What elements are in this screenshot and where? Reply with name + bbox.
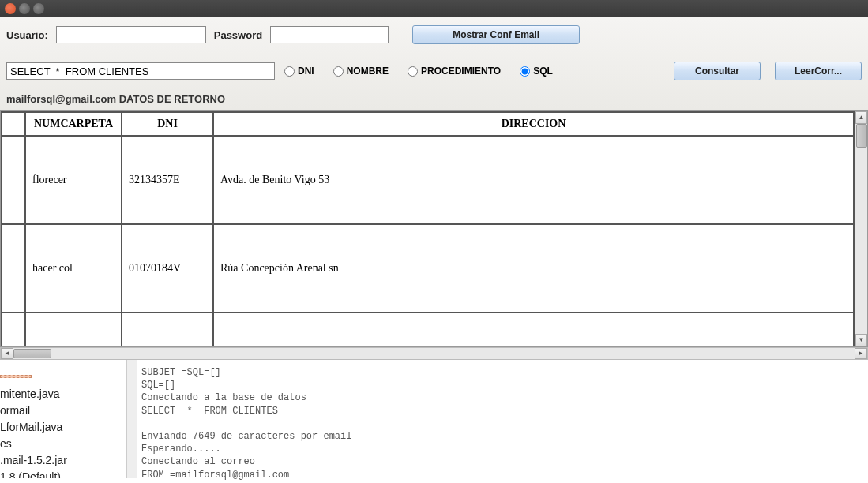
table-row[interactable]: hacer col 01070184V Rúa Concepción Arena… [2, 224, 854, 313]
radio-nombre-label: NOMBRE [347, 66, 389, 77]
console-output: SUBJET =SQL=[] SQL=[] Conectando a la ba… [137, 360, 358, 478]
maximize-icon[interactable] [33, 3, 44, 14]
cell-blank [2, 136, 25, 224]
cell-numcarpeta [25, 313, 122, 346]
radio-proc-input[interactable] [408, 66, 418, 77]
cell-dni [122, 313, 213, 346]
file-tree-panel: mitente.java ormail LforMail.java es .ma… [0, 360, 126, 478]
radio-proc-label: PROCEDIMIENTO [421, 66, 501, 77]
cell-dni: 01070184V [122, 224, 213, 313]
radio-dni[interactable]: DNI [284, 66, 314, 77]
credentials-row: Usuario: Password Mostrar Conf Email [6, 25, 862, 44]
cell-direccion: Rúa Concepción Arenal sn [213, 224, 854, 313]
cell-numcarpeta: hacer col [25, 224, 122, 313]
toolbar-panel: Usuario: Password Mostrar Conf Email DNI… [0, 17, 868, 110]
scroll-up-icon[interactable]: ▲ [855, 111, 867, 124]
list-item[interactable]: ormail [0, 402, 121, 419]
table-row[interactable]: florecer 32134357E Avda. de Benito Vigo … [2, 136, 854, 224]
radio-dni-input[interactable] [284, 66, 295, 77]
leer-correo-button[interactable]: LeerCorr... [775, 62, 862, 80]
header-blank [2, 112, 25, 136]
header-direccion: DIRECCION [213, 112, 854, 136]
radio-procedimiento[interactable]: PROCEDIMIENTO [408, 66, 501, 77]
table-scroll-area: NUMCARPETA DNI DIRECCION florecer 321343… [1, 111, 855, 346]
vertical-scrollbar[interactable]: ▲ ▼ [855, 111, 867, 346]
window-titlebar [0, 0, 868, 17]
ide-bottom-area: mitente.java ormail LforMail.java es .ma… [0, 360, 868, 478]
radio-sql-input[interactable] [520, 66, 530, 77]
scroll-right-icon[interactable]: ► [855, 348, 867, 359]
consultar-button[interactable]: Consultar [674, 62, 761, 80]
cell-direccion [213, 313, 854, 346]
hscroll-thumb[interactable] [13, 349, 51, 358]
cell-direccion: Avda. de Benito Vigo 53 [213, 136, 854, 224]
header-dni: DNI [122, 112, 213, 136]
minimize-icon[interactable] [19, 3, 30, 14]
table-row[interactable] [2, 313, 854, 346]
table-header-row: NUMCARPETA DNI DIRECCION [2, 112, 854, 136]
list-item[interactable]: mitente.java [0, 386, 121, 402]
list-item[interactable]: es [0, 436, 121, 452]
sql-input[interactable] [6, 62, 275, 80]
usuario-input[interactable] [56, 26, 206, 43]
status-text: mailforsql@gmail.com DATOS DE RETORNO [6, 93, 862, 105]
results-table: NUMCARPETA DNI DIRECCION florecer 321343… [1, 111, 855, 346]
cell-blank [2, 224, 25, 313]
console-panel: SUBJET =SQL=[] SQL=[] Conectando a la ba… [126, 360, 868, 478]
mostrar-conf-email-button[interactable]: Mostrar Conf Email [412, 25, 580, 44]
radio-sql[interactable]: SQL [520, 66, 553, 77]
scroll-thumb[interactable] [856, 124, 867, 148]
list-item[interactable]: LforMail.java [0, 419, 121, 436]
scroll-down-icon[interactable]: ▼ [855, 334, 867, 346]
radio-sql-label: SQL [533, 66, 553, 77]
radio-nombre-input[interactable] [333, 66, 344, 77]
usuario-label: Usuario: [6, 29, 48, 41]
results-table-container: NUMCARPETA DNI DIRECCION florecer 321343… [0, 110, 868, 347]
hscroll-track[interactable] [13, 348, 855, 359]
query-row: DNI NOMBRE PROCEDIMIENTO SQL Consultar L… [6, 62, 862, 80]
radio-nombre[interactable]: NOMBRE [333, 66, 389, 77]
password-label: Password [214, 29, 262, 41]
horizontal-scrollbar[interactable]: ◄ ► [0, 347, 868, 360]
list-item[interactable]: 1.8 (Default) [0, 469, 121, 478]
console-gutter [127, 360, 137, 478]
password-input[interactable] [270, 26, 389, 43]
close-icon[interactable] [5, 3, 16, 14]
highlight-marker [0, 375, 32, 378]
cell-blank [2, 313, 25, 346]
list-item[interactable]: .mail-1.5.2.jar [0, 452, 121, 469]
cell-numcarpeta: florecer [25, 136, 122, 224]
cell-dni: 32134357E [122, 136, 213, 224]
scroll-left-icon[interactable]: ◄ [1, 348, 13, 359]
radio-dni-label: DNI [298, 66, 314, 77]
radio-group: DNI NOMBRE PROCEDIMIENTO SQL [284, 66, 567, 77]
header-numcarpeta: NUMCARPETA [25, 112, 122, 136]
